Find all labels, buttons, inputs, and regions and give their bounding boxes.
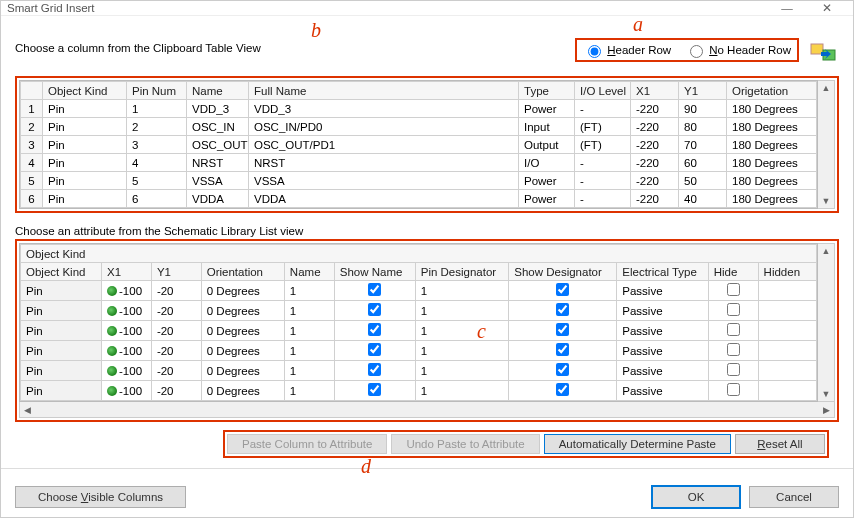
close-button[interactable]: ✕ [807, 1, 847, 15]
clipboard-grid[interactable]: Object Kind Pin Num Name Full Name Type … [19, 80, 818, 209]
annotation-c: c [477, 321, 486, 341]
table-row[interactable]: Pin-100-200 Degrees11Passive [21, 361, 817, 381]
smart-paste-icon[interactable] [807, 38, 839, 70]
col2-pin-designator[interactable]: Pin Designator [415, 263, 509, 281]
ok-button[interactable]: OK [651, 485, 741, 509]
col2-show-name[interactable]: Show Name [334, 263, 415, 281]
table-row[interactable]: 5Pin5VSSAVSSAPower--22050180 Degrees [21, 172, 817, 190]
show-name-checkbox[interactable] [368, 323, 381, 336]
hide-checkbox[interactable] [727, 383, 740, 396]
table-row[interactable]: 3Pin3OSC_OUTOSC_OUT/PD1Output(FT)-220701… [21, 136, 817, 154]
clipboard-grid-section: Object Kind Pin Num Name Full Name Type … [15, 76, 839, 213]
show-name-checkbox[interactable] [368, 363, 381, 376]
col2-x1[interactable]: X1 [102, 263, 152, 281]
scroll-up-icon[interactable]: ▲ [822, 244, 831, 258]
table-row[interactable]: 1Pin1VDD_3VDD_3Power--22090180 Degrees [21, 100, 817, 118]
table-row[interactable]: 4Pin4NRSTNRSTI/O--22060180 Degrees [21, 154, 817, 172]
col-x1[interactable]: X1 [631, 82, 679, 100]
scroll-up-icon[interactable]: ▲ [822, 81, 831, 95]
table-row[interactable]: Pin-100-200 Degrees11Passive [21, 381, 817, 401]
col2-electrical-type[interactable]: Electrical Type [617, 263, 708, 281]
col-orientation[interactable]: Origetation [727, 82, 817, 100]
choose-visible-columns-button[interactable]: Choose Visible ColumnsChoose Visible Col… [15, 486, 186, 508]
hide-checkbox[interactable] [727, 303, 740, 316]
clipboard-grid-vscroll[interactable]: ▲▼ [818, 80, 835, 209]
col-pin-num[interactable]: Pin Num [127, 82, 187, 100]
col-object-kind[interactable]: Object Kind [43, 82, 127, 100]
hide-checkbox[interactable] [727, 283, 740, 296]
hide-checkbox[interactable] [727, 343, 740, 356]
schematic-grid-section: c Object Kind Object Kind X1 Y1 Orientat… [15, 239, 839, 422]
paste-column-button[interactable]: Paste Column to Attribute [227, 434, 387, 454]
instruction-clipboard: Choose a column from the Clipboard Table… [15, 30, 575, 54]
undo-paste-button[interactable]: Undo Paste to Attribute [391, 434, 539, 454]
window-title: Smart Grid Insert [7, 2, 767, 14]
instruction-schematic: Choose an attribute from the Schematic L… [15, 225, 839, 237]
header-row-group: HHeader Roweader Row NNo Header Rowo Hea… [575, 38, 799, 62]
scroll-down-icon[interactable]: ▼ [822, 387, 831, 401]
schematic-grid-vscroll[interactable]: ▲▼ [818, 243, 835, 402]
col2-hidden[interactable]: Hidden [758, 263, 816, 281]
col2-object-kind[interactable]: Object Kind [21, 263, 102, 281]
corner-cell[interactable] [21, 82, 43, 100]
col2-y1[interactable]: Y1 [151, 263, 201, 281]
table-row[interactable]: 2Pin2OSC_INOSC_IN/PD0Input(FT)-22080180 … [21, 118, 817, 136]
paste-buttons-group: Paste Column to Attribute Undo Paste to … [223, 430, 829, 458]
col2-name[interactable]: Name [284, 263, 334, 281]
reset-all-button[interactable]: Reset AllReset All [735, 434, 825, 454]
group-header-object-kind[interactable]: Object Kind [21, 245, 817, 263]
col2-hide[interactable]: Hide [708, 263, 758, 281]
scroll-down-icon[interactable]: ▼ [822, 194, 831, 208]
table-row[interactable]: 6Pin6VDDAVDDAPower--22040180 Degrees [21, 190, 817, 208]
annotation-d: d [361, 456, 371, 476]
table-row[interactable]: Pin-100-200 Degrees11Passive [21, 321, 817, 341]
col-type[interactable]: Type [519, 82, 575, 100]
col-name[interactable]: Name [187, 82, 249, 100]
show-designator-checkbox[interactable] [556, 383, 569, 396]
show-name-checkbox[interactable] [368, 343, 381, 356]
no-header-row-radio[interactable]: NNo Header Rowo Header Row [685, 42, 791, 58]
col2-orientation[interactable]: Orientation [201, 263, 284, 281]
show-designator-checkbox[interactable] [556, 283, 569, 296]
show-designator-checkbox[interactable] [556, 303, 569, 316]
col2-show-designator[interactable]: Show Designator [509, 263, 617, 281]
annotation-a: a [633, 14, 643, 34]
annotation-b: b [311, 20, 321, 40]
schematic-grid[interactable]: Object Kind Object Kind X1 Y1 Orientatio… [19, 243, 818, 402]
auto-determine-paste-button[interactable]: Automatically Determine Paste [544, 434, 731, 454]
show-name-checkbox[interactable] [368, 283, 381, 296]
titlebar: Smart Grid Insert — ✕ [1, 1, 853, 16]
header-row-radio[interactable]: HHeader Roweader Row [583, 42, 671, 58]
table-row[interactable]: Pin-100-200 Degrees11Passive [21, 341, 817, 361]
col-io-level[interactable]: I/O Level [575, 82, 631, 100]
hide-checkbox[interactable] [727, 323, 740, 336]
col-full-name[interactable]: Full Name [249, 82, 519, 100]
table-row[interactable]: Pin-100-200 Degrees11Passive [21, 301, 817, 321]
show-designator-checkbox[interactable] [556, 343, 569, 356]
schematic-grid-hscroll[interactable]: ◀▶ [19, 402, 835, 418]
scroll-left-icon[interactable]: ◀ [20, 405, 35, 415]
show-name-checkbox[interactable] [368, 383, 381, 396]
cancel-button[interactable]: Cancel [749, 486, 839, 508]
show-designator-checkbox[interactable] [556, 323, 569, 336]
show-designator-checkbox[interactable] [556, 363, 569, 376]
scroll-right-icon[interactable]: ▶ [819, 405, 834, 415]
hide-checkbox[interactable] [727, 363, 740, 376]
minimize-button[interactable]: — [767, 2, 807, 14]
col-y1[interactable]: Y1 [679, 82, 727, 100]
table-row[interactable]: Pin-100-200 Degrees11Passive [21, 281, 817, 301]
show-name-checkbox[interactable] [368, 303, 381, 316]
